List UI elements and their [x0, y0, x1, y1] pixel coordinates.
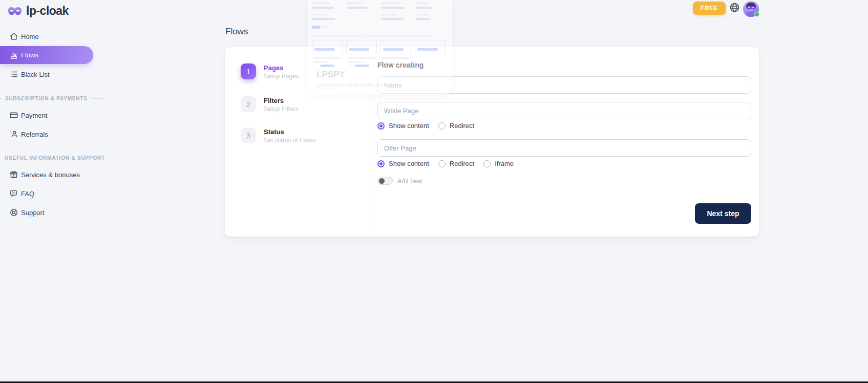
step-sublabel: Set status of Flows [264, 137, 315, 144]
step-number: 1 [241, 63, 256, 79]
page-title: Flows [225, 27, 248, 37]
brand-name: lp-cloak [26, 4, 69, 18]
app-screen: lp-cloak Home Flows Black List [0, 0, 868, 383]
step-filters[interactable]: 2 Filters Setup Filters [241, 96, 298, 113]
white-page-input[interactable] [377, 102, 751, 119]
radio-icon [483, 160, 491, 167]
section-divider [91, 98, 104, 99]
brand: lp-cloak [8, 4, 69, 18]
sidebar-item-label: Black List [21, 71, 50, 78]
section-divider [0, 98, 2, 99]
section-title: USEFUL INFORMATION & SUPPORT [5, 155, 105, 161]
radio-label: Show content [389, 160, 429, 167]
radio-icon [377, 122, 385, 130]
flow-form: Flow creating Show content Redirect Show… [369, 47, 759, 237]
offer-iframe-radio[interactable]: Iframe [483, 160, 514, 167]
sidebar-section-support: USEFUL INFORMATION & SUPPORT [5, 155, 105, 161]
radio-icon [377, 160, 385, 167]
radio-icon [438, 122, 446, 130]
flow-creating-card: 1 Pages Setup Pages 2 Filters Setup Filt… [225, 47, 759, 237]
online-status-dot [754, 12, 759, 17]
sidebar-section-subscription: SUBSCRIPTION & PAYMENTS [5, 96, 104, 101]
offer-page-input[interactable] [377, 139, 751, 157]
step-label: Status [264, 127, 315, 136]
credit-card-icon [9, 111, 18, 120]
step-pages[interactable]: 1 Pages Setup Pages [241, 63, 299, 80]
sidebar-item-support[interactable]: Support [0, 203, 45, 222]
step-label: Filters [264, 96, 298, 104]
radio-label: Show content [389, 122, 429, 130]
radio-label: Redirect [450, 122, 474, 130]
sidebar-item-label: Payment [21, 112, 47, 119]
sidebar-item-label: Support [21, 209, 45, 217]
white-redirect-radio[interactable]: Redirect [438, 122, 474, 130]
home-icon [9, 32, 18, 41]
radio-label: Iframe [495, 160, 514, 167]
list-icon [9, 70, 18, 79]
offer-redirect-radio[interactable]: Redirect [438, 160, 474, 167]
lifebuoy-icon [9, 208, 18, 217]
offer-page-mode-group: Show content Redirect Iframe [377, 160, 514, 167]
step-sublabel: Setup Filters [264, 105, 298, 113]
sidebar-item-referrals[interactable]: Referrals [0, 125, 48, 143]
step-number: 2 [241, 96, 256, 112]
offer-show-content-radio[interactable]: Show content [377, 160, 429, 167]
plan-badge[interactable]: FREE [693, 2, 726, 15]
step-label: Pages [264, 63, 299, 72]
sidebar-item-label: FAQ [21, 190, 34, 198]
sidebar-item-label: Services & bonuses [21, 171, 80, 179]
flows-icon [9, 51, 18, 60]
step-status[interactable]: 3 Status Set status of Flows [241, 127, 315, 144]
section-title: SUBSCRIPTION & PAYMENTS [5, 96, 88, 101]
sidebar-item-label: Home [21, 33, 39, 40]
radio-label: Redirect [450, 160, 474, 167]
ab-test-toggle[interactable] [377, 177, 393, 185]
avatar-eye [748, 7, 750, 8]
sidebar-item-home[interactable]: Home [0, 27, 39, 46]
stepper-pane: 1 Pages Setup Pages 2 Filters Setup Filt… [225, 47, 369, 237]
faq-bubble-icon: ?! [9, 189, 18, 198]
next-step-button[interactable]: Next step [695, 203, 751, 224]
sidebar-item-black-list[interactable]: Black List [0, 65, 50, 83]
mask-logo-icon [8, 6, 22, 16]
avatar-eye [752, 7, 754, 8]
sidebar-item-faq[interactable]: ?! FAQ [0, 184, 34, 203]
form-title: Flow creating [377, 61, 424, 69]
svg-text:?!: ?! [12, 191, 15, 195]
step-number: 3 [241, 127, 256, 143]
gift-icon [9, 170, 18, 179]
referral-person-icon [9, 130, 18, 139]
sidebar-item-flows[interactable]: Flows [0, 46, 93, 64]
sidebar-item-label: Referrals [21, 131, 48, 138]
white-page-mode-group: Show content Redirect [377, 122, 474, 130]
radio-icon [438, 160, 446, 167]
step-sublabel: Setup Pages [264, 73, 299, 80]
white-show-content-radio[interactable]: Show content [377, 122, 429, 130]
toggle-knob [379, 178, 385, 184]
flow-name-input[interactable] [377, 76, 751, 94]
ab-test-toggle-row[interactable]: A/B Test [377, 177, 422, 185]
sidebar-item-services-bonuses[interactable]: Services & bonuses [0, 165, 80, 184]
sidebar-item-label: Flows [21, 51, 38, 59]
ab-test-label: A/B Test [397, 177, 422, 185]
language-globe-icon[interactable] [729, 2, 740, 13]
sidebar-item-payment[interactable]: Payment [0, 106, 47, 124]
